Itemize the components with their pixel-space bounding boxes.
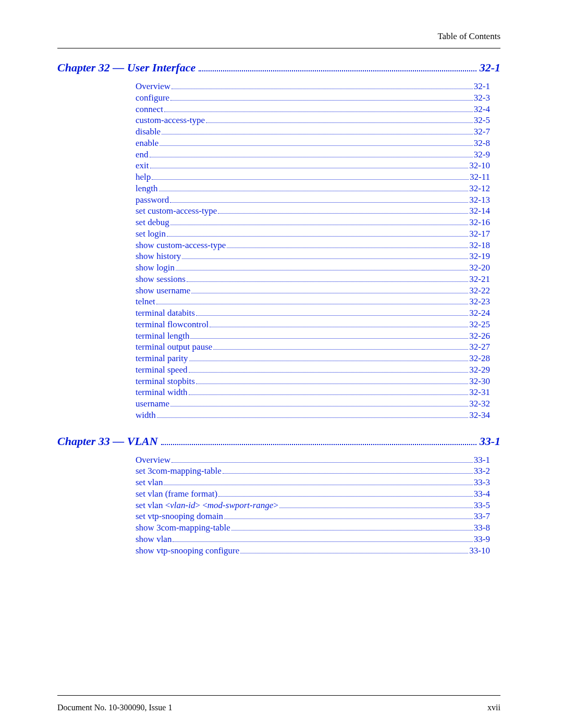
toc-entry[interactable]: custom-access-type32-5 — [136, 115, 490, 126]
section-gap — [57, 421, 500, 430]
entry-page: 32-23 — [469, 296, 490, 307]
chapter-row[interactable]: Chapter 32 — User Interface32-1 — [57, 61, 500, 75]
toc-entry[interactable]: set vlan (frame format)33-4 — [136, 488, 490, 500]
entry-dots — [152, 179, 469, 180]
entry-page: 32-24 — [469, 307, 490, 319]
toc-entry[interactable]: terminal speed32-29 — [136, 364, 490, 376]
entry-dots — [279, 508, 473, 508]
entry-dots — [170, 100, 473, 101]
toc-entry[interactable]: set custom-access-type32-14 — [136, 205, 490, 217]
toc-entry[interactable]: terminal databits32-24 — [136, 307, 490, 319]
toc-entry[interactable]: set vtp-snooping domain33-7 — [136, 511, 490, 522]
entry-dots — [231, 530, 473, 530]
toc-entry[interactable]: password32-13 — [136, 194, 490, 206]
entry-dots — [218, 213, 468, 214]
entry-dots — [157, 417, 469, 418]
entry-title: terminal output pause — [136, 341, 212, 353]
toc-entry[interactable]: end32-9 — [136, 149, 490, 161]
entry-dots — [206, 122, 473, 123]
entry-list: Overview32-1configure32-3connect32-4cust… — [136, 81, 490, 421]
chapter-dots — [161, 444, 476, 445]
entry-dots — [150, 157, 473, 157]
entry-title: show username — [136, 285, 190, 297]
entry-page: 32-8 — [474, 138, 490, 149]
toc-entry[interactable]: telnet32-23 — [136, 296, 490, 307]
entry-title: show 3com-mapping-table — [136, 522, 230, 534]
entry-page: 32-16 — [469, 217, 490, 228]
entry-page: 32-4 — [474, 104, 490, 115]
page: Table of Contents Chapter 32 — User Inte… — [0, 0, 563, 728]
toc-entry[interactable]: set 3com-mapping-table33-2 — [136, 465, 490, 477]
entry-dots — [170, 202, 468, 203]
toc-entry[interactable]: set vlan33-3 — [136, 477, 490, 488]
entry-dots — [196, 315, 469, 316]
entry-page: 32-28 — [469, 353, 490, 364]
toc-entry[interactable]: username32-32 — [136, 398, 490, 410]
chapter-page: 32-1 — [480, 61, 500, 75]
entry-dots — [182, 258, 468, 259]
entry-page: 32-14 — [469, 205, 490, 217]
toc-entry[interactable]: terminal width32-31 — [136, 387, 490, 398]
toc-entry[interactable]: show vlan33-9 — [136, 534, 490, 545]
entry-dots — [223, 473, 473, 474]
entry-dots — [172, 462, 473, 463]
entry-title: terminal width — [136, 387, 188, 398]
entry-page: 32-11 — [470, 171, 490, 183]
toc-entry[interactable]: set vlan <vlan-id> <mod-swport-range>33-… — [136, 500, 490, 511]
entry-title: terminal parity — [136, 353, 188, 364]
entry-page: 32-12 — [469, 183, 490, 194]
toc-entry[interactable]: length32-12 — [136, 183, 490, 194]
toc-entry[interactable]: show sessions32-21 — [136, 274, 490, 285]
entry-page: 32-26 — [469, 330, 490, 342]
toc-entry[interactable]: set debug32-16 — [136, 217, 490, 228]
toc-entry[interactable]: terminal parity32-28 — [136, 353, 490, 364]
entry-title: username — [136, 398, 169, 410]
toc-entry[interactable]: show history32-19 — [136, 251, 490, 262]
toc-entry[interactable]: width32-34 — [136, 410, 490, 421]
toc-entry[interactable]: connect32-4 — [136, 104, 490, 115]
entry-dots — [189, 394, 469, 395]
toc-entry[interactable]: terminal stopbits32-30 — [136, 376, 490, 387]
entry-dots — [167, 236, 468, 237]
toc-entry[interactable]: show 3com-mapping-table33-8 — [136, 522, 490, 534]
toc-entry[interactable]: terminal flowcontrol32-25 — [136, 319, 490, 330]
toc-entry[interactable]: set login32-17 — [136, 228, 490, 240]
toc-entry[interactable]: Overview33-1 — [136, 454, 490, 466]
entry-title: length — [136, 183, 158, 194]
toc-entry[interactable]: terminal output pause32-27 — [136, 341, 490, 353]
entry-page: 33-2 — [474, 465, 490, 477]
toc-entry[interactable]: show login32-20 — [136, 262, 490, 274]
entry-title: telnet — [136, 296, 155, 307]
toc-entry[interactable]: show username32-22 — [136, 285, 490, 297]
chapter-row[interactable]: Chapter 33 — VLAN33-1 — [57, 435, 500, 448]
toc-entry[interactable]: exit32-10 — [136, 160, 490, 171]
entry-title: set vlan — [136, 477, 163, 488]
entry-dots — [160, 145, 472, 146]
toc-entry[interactable]: enable32-8 — [136, 138, 490, 149]
entry-dots — [189, 361, 469, 361]
entry-title: set debug — [136, 217, 169, 228]
entry-dots — [170, 406, 468, 406]
toc-entry[interactable]: help32-11 — [136, 171, 490, 183]
entry-title: show history — [136, 251, 181, 262]
entry-title: terminal databits — [136, 307, 195, 319]
toc-entry[interactable]: configure32-3 — [136, 92, 490, 104]
toc-entry[interactable]: show vtp-snooping configure33-10 — [136, 545, 490, 557]
footer: Document No. 10-300090, Issue 1 xvii — [57, 703, 500, 712]
entry-title: set 3com-mapping-table — [136, 465, 222, 477]
entry-title: connect — [136, 104, 163, 115]
entry-page: 33-10 — [469, 545, 490, 557]
entry-page: 32-34 — [469, 410, 490, 421]
entry-title: custom-access-type — [136, 115, 205, 126]
entry-page: 32-13 — [469, 194, 490, 206]
entry-page: 33-9 — [474, 534, 490, 545]
entry-dots — [164, 112, 473, 112]
entry-list: Overview33-1set 3com-mapping-table33-2se… — [136, 454, 490, 557]
entry-page: 33-1 — [474, 454, 490, 466]
toc-entry[interactable]: disable32-7 — [136, 126, 490, 138]
toc-entry[interactable]: Overview32-1 — [136, 81, 490, 92]
entry-dots — [196, 384, 469, 384]
toc-entry[interactable]: show custom-access-type32-18 — [136, 240, 490, 251]
entry-dots — [172, 89, 473, 89]
toc-entry[interactable]: terminal length32-26 — [136, 330, 490, 342]
